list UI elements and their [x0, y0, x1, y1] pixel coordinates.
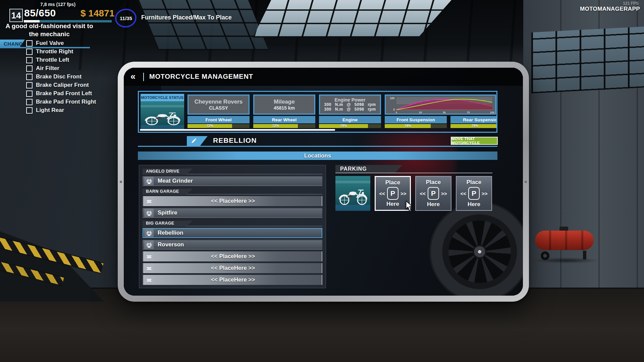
location-row[interactable]: << PlaceHere >>: [143, 196, 322, 206]
checkbox-icon[interactable]: [26, 40, 33, 47]
checklist-item: Light Rear: [26, 108, 96, 113]
back-button[interactable]: «: [130, 71, 136, 81]
part-condition-fill: 74%: [385, 124, 431, 128]
left-arrows-icon: <<: [420, 191, 426, 196]
parking-p-icon: P: [428, 187, 439, 200]
checkbox-icon[interactable]: [26, 90, 33, 97]
parking-title: PARKING: [335, 166, 367, 172]
skylight-window-left: [138, 0, 269, 50]
furniture-count: 11/35: [120, 15, 132, 21]
status-card-value: CLASSY: [209, 105, 228, 111]
part-label: Engine: [319, 116, 381, 123]
location-section-label: ANGELO DRIVE: [143, 169, 193, 175]
location-row[interactable]: << PlaceHere >>: [143, 263, 322, 273]
checkbox-icon[interactable]: [26, 107, 33, 114]
skylight-window: [253, 0, 451, 38]
checkbox-icon[interactable]: [26, 57, 33, 63]
part-condition-fill: 79%: [450, 124, 496, 128]
svg-text:100: 100: [390, 97, 394, 100]
svg-text:0: 0: [393, 108, 395, 111]
motorcycle-icon: [144, 177, 154, 185]
app-name: MOTOMANAGERAPP: [580, 6, 640, 12]
engine-power-chart: 10000255075100: [386, 96, 495, 114]
location-row[interactable]: << PlaceHere >>: [143, 251, 322, 261]
part-condition-fill: 72%: [253, 124, 298, 128]
parking-p-icon: P: [468, 187, 480, 200]
motorcycle-wheel-decoration: [429, 201, 523, 296]
bike-name: REBELLION: [213, 136, 257, 144]
location-row[interactable]: Meat Grinder: [143, 176, 322, 186]
lift-icon: [144, 197, 154, 205]
part-condition-bar: 74%: [385, 124, 447, 128]
location-row[interactable]: << PlaceHere >>: [143, 275, 322, 285]
mouse-cursor: [405, 200, 414, 213]
part-label: Rear Suspension: [450, 116, 496, 123]
location-section-label: BARN GARAGE: [143, 189, 193, 195]
parking-slot-mid: <<P>>: [460, 187, 487, 200]
parking-slot-here-label: Here: [427, 201, 440, 208]
engine-power-chart-card: 10000255075100: [385, 95, 496, 115]
checkbox-icon[interactable]: [26, 99, 33, 105]
checkbox-icon[interactable]: [26, 74, 33, 80]
page-title: MOTORCYCLE MANAGEMENT: [149, 73, 253, 80]
parking-slot-here-label: Here: [468, 201, 480, 208]
checkbox-icon[interactable]: [26, 65, 33, 72]
job-title: A good old-fashioned visit to the mechan…: [5, 22, 94, 38]
tablet-side-button: [525, 181, 527, 183]
checklist-item: Brake Pad Front Right: [26, 99, 96, 105]
checkbox-icon[interactable]: [26, 82, 33, 88]
motorcycle-status-thumbnail: [141, 101, 184, 130]
checklist-item-label: Brake Pad Front Left: [36, 90, 92, 97]
location-row-label: << PlaceHere >>: [158, 198, 308, 204]
part-condition-percent: 79%: [450, 124, 496, 128]
parking-underline: [335, 173, 492, 173]
parked-motorcycle-thumbnail[interactable]: [335, 176, 370, 211]
location-row-label: << PlaceHere >>: [158, 277, 308, 283]
status-card-value: 45815 km: [274, 105, 295, 111]
status-card-title: Engine Power: [334, 97, 366, 103]
checkbox-icon[interactable]: [26, 49, 33, 55]
svg-text:75: 75: [467, 111, 470, 114]
checklist-item-label: Light Rear: [36, 107, 64, 114]
part-condition-bar: 72%: [253, 124, 315, 128]
lift-icon: [144, 264, 154, 273]
part-label: Rear Wheel: [253, 116, 315, 123]
left-arrows-icon: <<: [379, 191, 385, 196]
location-row[interactable]: Roverson: [143, 240, 322, 250]
parking-slot[interactable]: Place<<P>>Here: [456, 176, 492, 211]
part-label: Front Suspension: [385, 116, 447, 123]
compressor-leg: [583, 251, 586, 259]
svg-text:100: 100: [490, 111, 494, 114]
motorcycle-icon: [144, 208, 154, 217]
right-window-grid: [531, 26, 644, 94]
fps-counter: 121 FPS: [623, 1, 639, 6]
part-status-row: Front Wheel72%Rear Wheel72%Engine79%Fron…: [187, 116, 496, 129]
tablet-device: « MOTORCYCLE MANAGEMENT MOTORCYCLE STATU…: [118, 62, 529, 302]
part-condition-percent: 72%: [253, 124, 298, 128]
money-counter: $ 14871: [80, 8, 114, 19]
xp-counter: 85/650: [24, 7, 56, 19]
level-badge: 14: [9, 9, 23, 22]
status-card: Cheyenne RoversCLASSY: [187, 95, 250, 115]
location-row[interactable]: Spitfire: [143, 208, 322, 218]
checklist-item-label: Air Filter: [36, 65, 59, 72]
locations-list: ANGELO DRIVEMeat GrinderBARN GARAGE<< Pl…: [139, 165, 326, 288]
furniture-label: Furnitures Placed/Max To Place: [141, 14, 232, 21]
locations-title-bar: Locations: [138, 152, 497, 160]
checklist-item-label: Brake Disc Front: [36, 73, 82, 80]
parking-slot-here-label: Here: [386, 201, 399, 207]
location-row[interactable]: Rebellion: [143, 228, 322, 238]
part-condition-fill: 79%: [319, 124, 368, 128]
parking-slot[interactable]: Place<<P>>Here: [415, 176, 451, 211]
motorcycle-status-panel: MOTORCYCLE STATUS Cheyenne RoversCLASSYM…: [138, 91, 497, 133]
parking-slot-place-label: Place: [385, 179, 400, 186]
pencil-icon: [191, 138, 197, 144]
checklist-item: Throttle Right: [26, 49, 96, 54]
checklist-item-label: Brake Pad Front Right: [36, 99, 96, 105]
move-motorcycle-button[interactable]: MOVE THAT MOTORCYCLE: [451, 137, 498, 145]
horizontal-scrollbar[interactable]: [140, 129, 335, 131]
checklist-item-label: Brake Caliper Front: [36, 82, 89, 88]
location-row-label: Roverson: [158, 241, 184, 248]
frametime-text: 7,8 ms (127 fps): [40, 2, 75, 7]
parking-p-icon: P: [387, 187, 398, 200]
